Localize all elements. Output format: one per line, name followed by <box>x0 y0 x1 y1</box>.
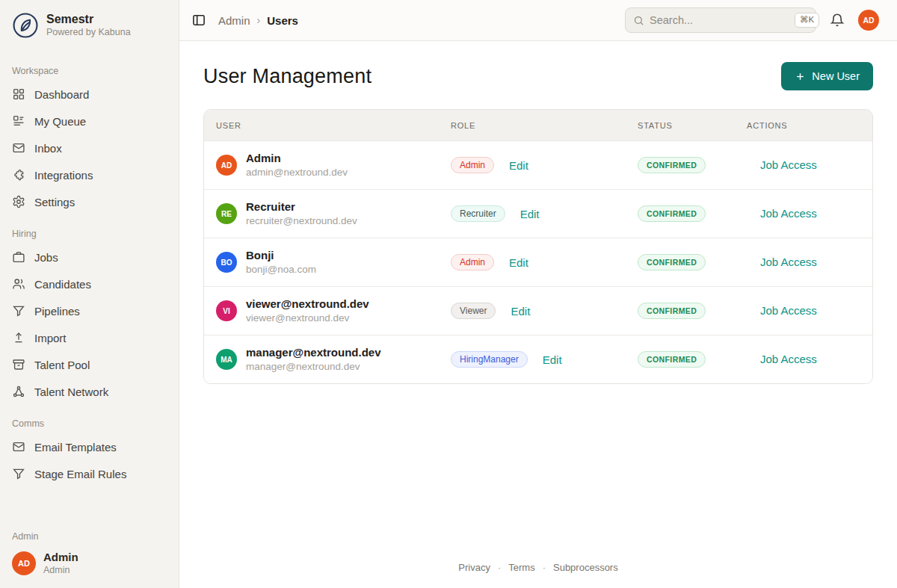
user-name: Recruiter <box>246 199 357 214</box>
user-identity: Bonjibonji@noa.com <box>246 248 316 276</box>
sidebar-item-label: Email Templates <box>34 441 117 454</box>
sidebar-item-email-templates[interactable]: Email Templates <box>0 433 179 460</box>
plus-icon <box>795 71 806 82</box>
status-cell: CONFIRMED <box>638 303 747 319</box>
sidebar-profile[interactable]: AD Admin Admin <box>0 546 179 578</box>
user-name: Admin <box>246 151 348 166</box>
sidebar-item-candidates[interactable]: Candidates <box>0 270 179 297</box>
mail-icon <box>12 440 25 454</box>
mail-icon <box>12 141 25 155</box>
search-box[interactable]: ⌘K <box>625 7 816 33</box>
sidebar-item-stage-email-rules[interactable]: Stage Email Rules <box>0 460 179 487</box>
sidebar-item-inbox[interactable]: Inbox <box>0 134 179 161</box>
role-badge: Recruiter <box>451 205 505 222</box>
sidebar-item-label: Jobs <box>34 251 58 264</box>
sidebar-item-label: Talent Pool <box>34 359 90 371</box>
job-access-link[interactable]: Job Access <box>760 207 817 220</box>
column-header-role: ROLE <box>451 121 638 130</box>
table-row: RERecruiterrecruiter@nextround.devRecrui… <box>204 189 872 238</box>
queue-icon <box>12 114 25 128</box>
sidebar-item-jobs[interactable]: Jobs <box>0 244 179 270</box>
actions-cell: Job Access <box>747 304 860 318</box>
row-avatar: MA <box>216 349 237 370</box>
user-cell: RERecruiterrecruiter@nextround.dev <box>216 199 451 228</box>
edit-link[interactable]: Edit <box>520 208 540 220</box>
page-head: User Management New User <box>203 62 873 90</box>
gear-icon <box>12 195 25 208</box>
sidebar-item-settings[interactable]: Settings <box>0 188 179 215</box>
sidebar-item-my-queue[interactable]: My Queue <box>0 108 179 134</box>
brand-tagline: Powered by Kabuna <box>46 27 131 39</box>
footer-link-terms[interactable]: Terms <box>508 562 534 573</box>
actions-cell: Job Access <box>747 353 860 366</box>
column-header-user: USER <box>216 121 451 130</box>
sidebar-item-label: Pipelines <box>34 305 80 318</box>
grid-icon <box>12 87 25 101</box>
topbar-right: ⌘K AD <box>625 7 879 33</box>
job-access-link[interactable]: Job Access <box>760 256 817 268</box>
breadcrumb-admin[interactable]: Admin <box>218 14 250 27</box>
table-row: MAmanager@nextround.devmanager@nextround… <box>204 335 872 383</box>
status-badge: CONFIRMED <box>638 351 706 368</box>
job-access-link[interactable]: Job Access <box>760 304 817 317</box>
user-identity: Recruiterrecruiter@nextround.dev <box>246 199 357 228</box>
row-avatar: VI <box>216 300 237 321</box>
role-badge: Viewer <box>451 303 496 319</box>
sidebar-item-talent-pool[interactable]: Talent Pool <box>0 351 179 378</box>
edit-link[interactable]: Edit <box>509 256 528 269</box>
search-input[interactable] <box>650 14 789 26</box>
sidebar-item-pipelines[interactable]: Pipelines <box>0 297 179 324</box>
sidebar-item-import[interactable]: Import <box>0 324 179 351</box>
user-email: viewer@nextround.dev <box>246 312 369 325</box>
role-badge: Admin <box>451 254 494 270</box>
job-access-link[interactable]: Job Access <box>760 353 817 365</box>
table-body: ADAdminadmin@nextround.devAdminEditCONFI… <box>204 140 872 383</box>
edit-link[interactable]: Edit <box>543 353 562 366</box>
network-icon <box>12 385 25 398</box>
footer-link-subprocessors[interactable]: Subprocessors <box>553 562 618 573</box>
user-identity: viewer@nextround.devviewer@nextround.dev <box>246 297 369 325</box>
sidebar-toggle-icon[interactable] <box>191 13 206 28</box>
breadcrumb: Admin › Users <box>218 14 298 27</box>
actions-cell: Job Access <box>747 158 860 172</box>
user-name: Bonji <box>246 248 316 263</box>
role-badge: HiringManager <box>451 351 528 368</box>
section-label-admin: Admin <box>0 531 179 542</box>
footer-link-privacy[interactable]: Privacy <box>458 562 490 573</box>
brand: Semestr Powered by Kabuna <box>0 12 179 39</box>
user-avatar[interactable]: AD <box>858 10 879 31</box>
footer-separator: · <box>498 562 501 573</box>
search-icon <box>633 15 644 26</box>
sidebar-item-dashboard[interactable]: Dashboard <box>0 81 179 108</box>
new-user-button[interactable]: New User <box>781 62 873 90</box>
edit-link[interactable]: Edit <box>509 159 528 172</box>
table-row: ADAdminadmin@nextround.devAdminEditCONFI… <box>204 140 872 189</box>
sidebar-item-label: Integrations <box>34 169 93 182</box>
sidebar-item-talent-network[interactable]: Talent Network <box>0 378 179 405</box>
status-badge: CONFIRMED <box>638 254 706 270</box>
role-cell: AdminEdit <box>451 157 638 173</box>
edit-link[interactable]: Edit <box>511 305 530 318</box>
sidebar-item-integrations[interactable]: Integrations <box>0 161 179 188</box>
actions-cell: Job Access <box>747 207 860 220</box>
user-cell: MAmanager@nextround.devmanager@nextround… <box>216 345 451 374</box>
sidebar-nav: WorkspaceDashboardMy QueueInboxIntegrati… <box>0 52 179 518</box>
brand-text: Semestr Powered by Kabuna <box>46 12 131 39</box>
user-cell: BOBonjibonji@noa.com <box>216 248 451 276</box>
bell-icon[interactable] <box>830 13 845 28</box>
nav-section-comms: CommsEmail TemplatesStage Email Rules <box>0 418 179 487</box>
sidebar-item-label: Candidates <box>34 278 91 291</box>
footer-separator: · <box>543 562 546 573</box>
nav-section-workspace: WorkspaceDashboardMy QueueInboxIntegrati… <box>0 66 179 215</box>
status-badge: CONFIRMED <box>638 157 706 173</box>
table-row: VIviewer@nextround.devviewer@nextround.d… <box>204 286 872 335</box>
sidebar-item-label: Import <box>34 332 67 344</box>
row-avatar: BO <box>216 252 237 273</box>
role-cell: HiringManagerEdit <box>451 351 638 368</box>
footer: Privacy·Terms·Subprocessors <box>179 550 897 588</box>
status-badge: CONFIRMED <box>638 303 706 319</box>
status-cell: CONFIRMED <box>638 351 747 368</box>
user-cell: ADAdminadmin@nextround.dev <box>216 151 451 179</box>
upload-icon <box>12 331 25 344</box>
job-access-link[interactable]: Job Access <box>760 158 817 171</box>
